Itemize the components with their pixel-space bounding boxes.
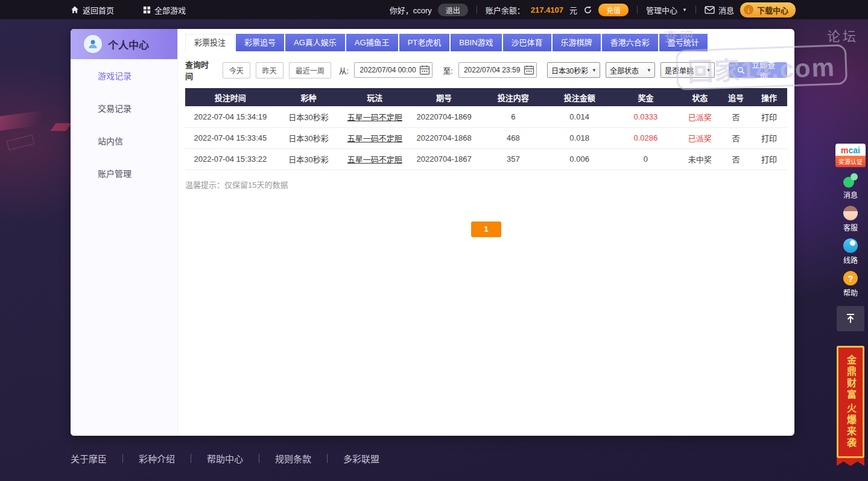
header-chase: 追号 bbox=[721, 88, 751, 106]
sidebar-item-game-records[interactable]: 游戏记录 bbox=[71, 59, 177, 92]
play-link[interactable]: 五星一码不定胆 bbox=[341, 106, 408, 127]
float-help-button[interactable]: ? 帮助 bbox=[835, 271, 866, 298]
page-button-1[interactable]: 1 bbox=[471, 221, 501, 237]
single-pick-select[interactable]: 是否单挑 ▼ bbox=[661, 62, 715, 78]
lottery-type-value: 日本30秒彩 bbox=[551, 65, 588, 75]
pagination: 1 bbox=[185, 221, 787, 237]
play-link[interactable]: 五星一码不定胆 bbox=[341, 148, 408, 170]
tab-saba-sports[interactable]: 沙巴体育 bbox=[503, 34, 551, 51]
footer-divider bbox=[259, 454, 259, 463]
lottery-cert-badge[interactable]: mcai 奖源认证 bbox=[835, 144, 866, 167]
quick-filter-today[interactable]: 今天 bbox=[223, 62, 250, 78]
tab-lottery-bets[interactable]: 彩票投注 bbox=[185, 34, 235, 51]
footer-link-help-center[interactable]: 帮助中心 bbox=[207, 452, 243, 465]
calendar-icon[interactable] bbox=[419, 65, 430, 75]
table-row: 2022-07-04 15:33:22 日本30秒彩 五星一码不定胆 20220… bbox=[185, 148, 787, 170]
topbar-divider bbox=[477, 5, 477, 14]
tab-profit-stats[interactable]: 盈亏统计 bbox=[659, 34, 708, 51]
tab-ag-fishing[interactable]: AG捕鱼王 bbox=[346, 34, 398, 51]
messages-label: 消息 bbox=[718, 4, 734, 16]
lottery-cell: 日本30秒彩 bbox=[276, 106, 342, 127]
calendar-icon[interactable] bbox=[524, 65, 534, 75]
mcai-logo-cai: cai bbox=[848, 145, 860, 155]
issue-cell: 20220704-1868 bbox=[408, 127, 480, 148]
promo-banner[interactable]: 金鼎财富 火爆来袭 bbox=[837, 346, 864, 458]
filter-bar: 查询时间 今天 昨天 最近一周 从: 至: 日本30秒彩 ▼ 全部状态 ▼ bbox=[185, 59, 787, 81]
logout-button[interactable]: 退出 bbox=[438, 4, 468, 16]
topbar-left: 返回首页 全部游戏 bbox=[71, 4, 186, 16]
footer-link-rules[interactable]: 规则条款 bbox=[275, 452, 311, 465]
header-prize: 奖金 bbox=[613, 88, 679, 106]
mcai-logo: mcai bbox=[835, 144, 866, 156]
quick-filter-yesterday[interactable]: 昨天 bbox=[256, 62, 284, 78]
footer-link-about[interactable]: 关于摩臣 bbox=[71, 452, 107, 465]
footer-link-lottery-intro[interactable]: 彩种介绍 bbox=[139, 452, 175, 465]
tab-pt-slots[interactable]: PT老虎机 bbox=[399, 34, 450, 51]
from-label: 从: bbox=[339, 65, 349, 76]
recharge-button[interactable]: 充值 bbox=[598, 4, 629, 16]
content-panel: 彩票投注 彩票追号 AG真人娱乐 AG捕鱼王 PT老虎机 BBIN游戏 沙巴体育… bbox=[178, 29, 794, 436]
lottery-type-select[interactable]: 日本30秒彩 ▼ bbox=[547, 62, 600, 78]
to-label: 至: bbox=[443, 65, 453, 76]
search-button[interactable]: 立即查询 bbox=[729, 62, 787, 78]
cert-label: 奖源认证 bbox=[835, 156, 866, 167]
topbar-right: 你好，ccory 退出 账户余额： 217.4107 元 充值 管理中心 ▼ 消… bbox=[390, 2, 796, 18]
header-bet-time: 投注时间 bbox=[185, 88, 276, 106]
back-to-top-button[interactable] bbox=[837, 306, 864, 331]
footer-link-alliance[interactable]: 多彩联盟 bbox=[343, 452, 379, 465]
status-cell: 未中奖 bbox=[679, 148, 721, 170]
admin-center-menu[interactable]: 管理中心 ▼ bbox=[646, 4, 687, 16]
lottery-cell: 日本30秒彩 bbox=[276, 148, 342, 170]
refresh-balance-icon[interactable] bbox=[583, 5, 592, 14]
header-bet-amount: 投注金额 bbox=[546, 88, 613, 106]
table-header-row: 投注时间 彩种 玩法 期号 投注内容 投注金额 奖金 状态 追号 操作 bbox=[185, 88, 787, 106]
arrow-up-icon bbox=[844, 313, 857, 325]
sidebar-title: 个人中心 bbox=[108, 37, 149, 52]
customer-service-avatar-icon bbox=[843, 206, 858, 220]
float-messages-button[interactable]: 消息 bbox=[835, 173, 866, 200]
bet-time-cell: 2022-07-04 15:34:19 bbox=[185, 106, 276, 127]
footer-divider bbox=[122, 454, 123, 463]
lottery-cell: 日本30秒彩 bbox=[276, 127, 342, 148]
tab-leyou-chess[interactable]: 乐游棋牌 bbox=[553, 34, 601, 51]
status-select[interactable]: 全部状态 ▼ bbox=[606, 62, 655, 78]
header-lottery: 彩种 bbox=[276, 88, 342, 106]
tab-ag-live[interactable]: AG真人娱乐 bbox=[285, 34, 345, 51]
sidebar-item-inbox[interactable]: 站内信 bbox=[71, 124, 177, 157]
print-link[interactable]: 打印 bbox=[751, 148, 787, 170]
all-games-link[interactable]: 全部游戏 bbox=[143, 4, 186, 16]
sidebar-header: 个人中心 bbox=[71, 29, 177, 59]
date-to-field bbox=[458, 62, 537, 78]
balance-label: 账户余额： bbox=[486, 4, 525, 16]
download-center-button[interactable]: ↓ 下载中心 bbox=[740, 2, 796, 18]
float-customer-service-button[interactable]: 客服 bbox=[835, 206, 866, 232]
prize-cell: 0.0333 bbox=[613, 106, 679, 127]
admin-center-label: 管理中心 bbox=[646, 4, 677, 16]
tab-bbin-games[interactable]: BBIN游戏 bbox=[451, 34, 501, 51]
sidebar-item-account-management[interactable]: 账户管理 bbox=[71, 157, 177, 190]
single-pick-value: 是否单挑 bbox=[665, 65, 694, 75]
record-tabs: 彩票投注 彩票追号 AG真人娱乐 AG捕鱼王 PT老虎机 BBIN游戏 沙巴体育… bbox=[185, 34, 787, 51]
header-bet-content: 投注内容 bbox=[480, 88, 546, 106]
messages-bubbles-icon bbox=[843, 173, 858, 188]
print-link[interactable]: 打印 bbox=[751, 127, 787, 148]
float-lines-button[interactable]: 线路 bbox=[835, 238, 866, 265]
quick-filter-last-week[interactable]: 最近一周 bbox=[289, 62, 331, 78]
status-cell: 已派奖 bbox=[679, 106, 721, 127]
play-link[interactable]: 五星一码不定胆 bbox=[341, 127, 408, 148]
messages-link[interactable]: 消息 bbox=[705, 4, 734, 16]
home-link[interactable]: 返回首页 bbox=[71, 4, 114, 16]
all-games-label: 全部游戏 bbox=[154, 4, 186, 16]
download-center-label: 下载中心 bbox=[757, 4, 788, 16]
sidebar-item-transaction-records[interactable]: 交易记录 bbox=[71, 92, 177, 124]
promo-banner-line1: 金鼎财富 bbox=[843, 355, 858, 401]
bet-amount-cell: 0.018 bbox=[546, 127, 613, 148]
tab-lottery-chase[interactable]: 彩票追号 bbox=[236, 34, 284, 51]
question-mark-icon: ? bbox=[843, 271, 858, 285]
prize-cell: 0.0286 bbox=[613, 127, 679, 148]
print-link[interactable]: 打印 bbox=[751, 106, 787, 127]
balance-value: 217.4107 bbox=[531, 5, 563, 14]
tab-hk-mark-six[interactable]: 香港六合彩 bbox=[602, 34, 658, 51]
footer-divider bbox=[327, 454, 328, 463]
envelope-icon bbox=[705, 6, 715, 14]
